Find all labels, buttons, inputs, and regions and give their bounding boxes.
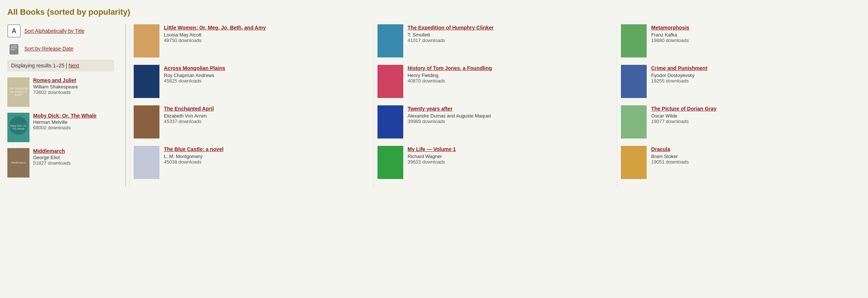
book-author: Henry Fielding <box>408 73 492 78</box>
book-author: Herman Melville <box>33 119 96 125</box>
book-downloads: 51827 downloads <box>33 160 71 166</box>
book-cover-image <box>377 65 403 98</box>
book-info: Crime and Punishment Fyodor Dostoyevsky … <box>651 65 707 84</box>
book-item: Metamorphosis Franz Kafka 19880 download… <box>621 24 857 57</box>
book-downloads: 48750 downloads <box>164 38 266 43</box>
book-title-link[interactable]: Little Women; Or, Meg, Jo, Beth, and Amy <box>164 24 266 31</box>
book-downloads: 19051 downloads <box>651 159 689 165</box>
book-downloads: 73602 downloads <box>33 90 78 95</box>
book-cover-image <box>377 105 403 139</box>
book-downloads: 19255 downloads <box>651 78 707 84</box>
book-title-link[interactable]: The Picture of Dorian Gray <box>651 105 716 112</box>
book-info: Dracula Bram Stoker 19051 downloads <box>651 146 689 165</box>
book-cover-image <box>621 65 647 98</box>
book-title-link[interactable]: My Life — Volume 1 <box>408 146 456 152</box>
book-title-link[interactable]: Twenty years after <box>408 105 491 112</box>
book-cover-image <box>134 24 159 57</box>
book-info: My Life — Volume 1 Richard Wagner 39633 … <box>408 146 456 165</box>
main-columns: Little Women; Or, Meg, Jo, Beth, and Amy… <box>130 24 861 186</box>
book-author: George Eliot <box>33 155 71 160</box>
book-info: The Enchanted April Elizabeth Von Arnim … <box>164 105 214 124</box>
book-info: Twenty years after Alexandre Dumas and A… <box>408 105 491 124</box>
book-cover <box>134 146 159 179</box>
book-author: Alexandre Dumas and Auguste Maquet <box>408 113 491 119</box>
book-cover-image <box>134 65 159 98</box>
book-column-3: Metamorphosis Franz Kafka 19880 download… <box>617 24 861 186</box>
book-item: The Picture of Dorian Gray Oscar Wilde 1… <box>621 105 857 139</box>
book-cover: Moby Dick; Or, The Whale <box>7 113 29 142</box>
page-title: All Books (sorted by popularity) <box>7 7 861 17</box>
book-item: Little Women; Or, Meg, Jo, Beth, and Amy… <box>134 24 370 57</box>
book-author: Franz Kafka <box>651 32 689 38</box>
svg-rect-2 <box>11 48 17 48</box>
book-cover-image <box>621 146 647 179</box>
sort-date-item[interactable]: Sort by Release Date <box>7 42 114 55</box>
book-cover <box>134 65 159 98</box>
book-cover: Middlemarch <box>7 148 29 178</box>
book-title-link[interactable]: The Expedition of Humphry Clinker <box>408 24 494 31</box>
book-cover-image <box>621 24 647 57</box>
book-author: William Shakespeare <box>33 84 78 90</box>
book-author: Elizabeth Von Arnim <box>164 113 214 119</box>
book-cover <box>377 65 403 98</box>
book-cover <box>377 24 403 57</box>
book-item: Dracula Bram Stoker 19051 downloads <box>621 146 857 179</box>
sort-alpha-item[interactable]: A Sort Alphabetically by Title <box>7 24 114 38</box>
book-downloads: 40870 downloads <box>408 78 492 84</box>
book-title-link[interactable]: History of Tom Jones, a Foundling <box>408 65 492 71</box>
sidebar-divider <box>125 24 126 186</box>
book-cover: THE TRAGEDIE OF ROMEO & JULIET <box>7 77 29 107</box>
book-cover <box>621 24 647 57</box>
book-author: Louisa May Alcott <box>164 32 266 38</box>
book-info: The Expedition of Humphry Clinker T. Smo… <box>408 24 494 43</box>
book-cover-image: Middlemarch <box>7 148 29 178</box>
sort-date-link[interactable]: Sort by Release Date <box>24 46 73 52</box>
book-author: Oscar Wilde <box>651 113 716 119</box>
book-item: The Blue Castle: a novel L. M. Montgomer… <box>134 146 370 179</box>
book-downloads: 41017 downloads <box>408 38 494 43</box>
book-cover-image <box>621 105 647 139</box>
book-title-link[interactable]: Dracula <box>651 146 689 152</box>
sort-alpha-link[interactable]: Sort Alphabetically by Title <box>24 28 84 34</box>
book-item: Across Mongolian Plains Roy Chapman Andr… <box>134 65 370 98</box>
book-info: Middlemarch George Eliot 51827 downloads <box>33 148 71 166</box>
book-item: Moby Dick; Or, The Whale Moby Dick; Or, … <box>7 113 114 142</box>
book-cover <box>621 105 647 139</box>
book-info: Metamorphosis Franz Kafka 19880 download… <box>651 24 689 43</box>
book-cover-image <box>134 105 159 139</box>
book-downloads: 19880 downloads <box>651 38 689 43</box>
results-display: Displaying results 1–25 | Next <box>7 60 114 71</box>
book-title-link[interactable]: Metamorphosis <box>651 24 689 31</box>
book-title-link[interactable]: The Blue Castle: a novel <box>164 146 224 152</box>
book-title-link[interactable]: Crime and Punishment <box>651 65 707 71</box>
book-cover-image <box>134 146 159 179</box>
next-link[interactable]: Next <box>68 63 79 69</box>
book-title-link[interactable]: Moby Dick; Or, The Whale <box>33 113 96 119</box>
book-title-link[interactable]: The Enchanted April <box>164 105 214 112</box>
book-author: Bram Stoker <box>651 154 689 159</box>
book-author: Fyodor Dostoyevsky <box>651 73 707 78</box>
book-author: Richard Wagner <box>408 154 456 159</box>
book-cover <box>377 146 403 179</box>
results-text: Displaying results 1–25 | <box>11 63 68 69</box>
book-downloads: 39989 downloads <box>408 119 491 124</box>
book-author: Roy Chapman Andrews <box>164 73 225 78</box>
book-info: History of Tom Jones, a Foundling Henry … <box>408 65 492 84</box>
book-title-link[interactable]: Middlemarch <box>33 148 71 154</box>
book-downloads: 45825 downloads <box>164 78 225 84</box>
sort-alpha-icon: A <box>7 24 21 38</box>
book-cover <box>134 105 159 139</box>
book-downloads: 39633 downloads <box>408 159 456 165</box>
book-downloads: 45038 downloads <box>164 159 224 165</box>
book-title-link[interactable]: Romeo and Juliet <box>33 77 78 83</box>
page-wrapper: All Books (sorted by popularity) A Sort … <box>0 0 868 298</box>
book-author: T. Smollett <box>408 32 494 38</box>
book-downloads: 45337 downloads <box>164 119 214 124</box>
book-item: The Enchanted April Elizabeth Von Arnim … <box>134 105 370 139</box>
book-downloads: 19077 downloads <box>651 119 716 124</box>
book-title-link[interactable]: Across Mongolian Plains <box>164 65 225 71</box>
book-cover-image <box>377 146 403 179</box>
book-info: The Blue Castle: a novel L. M. Montgomer… <box>164 146 224 165</box>
book-item: Crime and Punishment Fyodor Dostoyevsky … <box>621 65 857 98</box>
book-author: L. M. Montgomery <box>164 154 224 159</box>
